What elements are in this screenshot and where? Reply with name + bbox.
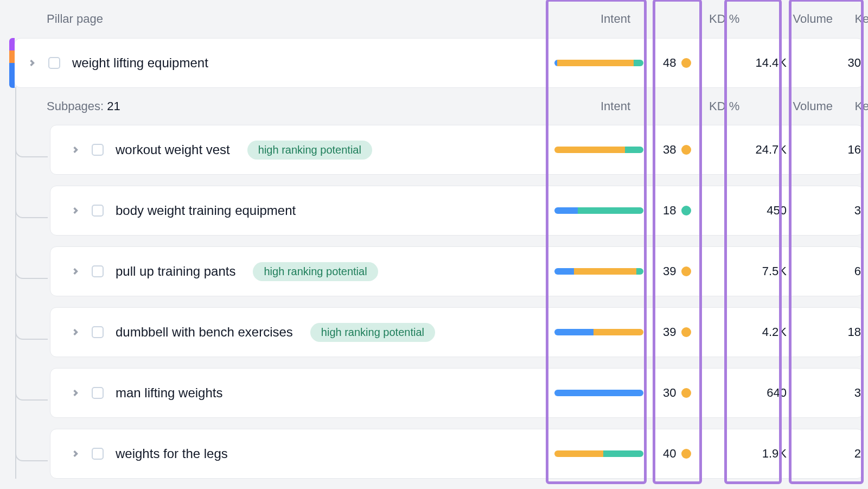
chevron-right-icon[interactable] [71, 449, 80, 458]
chevron-right-icon[interactable] [71, 389, 80, 397]
volume-value: 450 [729, 204, 794, 218]
subpage-checkbox[interactable] [92, 205, 104, 217]
kd-dot-icon [681, 145, 691, 155]
keywords-value: 2 [794, 447, 868, 461]
keywords-value: 18 [794, 325, 868, 339]
intent-bar [554, 147, 643, 153]
kd-value: 39 [663, 264, 676, 278]
volume-value: 14.4K [729, 56, 794, 70]
subpage-title: man lifting weights [116, 385, 222, 401]
kd-dot-icon [681, 327, 691, 337]
keywords-value: 3 [794, 204, 868, 218]
pillar-row[interactable]: weight lifting equipment 48 14.4K 30 [14, 38, 864, 88]
pillar-accent [9, 38, 15, 88]
sub-col-intent-header: Intent [594, 88, 703, 125]
kd-dot-icon [681, 58, 691, 68]
keywords-value: 30 [794, 56, 868, 70]
kd-dot-icon [681, 449, 691, 459]
keywords-value: 16 [794, 143, 868, 157]
col-intent-header: Intent [594, 0, 703, 38]
kd-value: 40 [663, 447, 676, 461]
kd-value: 48 [663, 56, 676, 70]
subpage-row[interactable]: body weight training equipment 184503 [50, 186, 864, 236]
ranking-potential-badge: high ranking potential [253, 262, 378, 281]
subpage-title: body weight training equipment [116, 203, 296, 218]
pillar-header-row: Pillar page Intent KD % Volume Keywords [0, 0, 868, 38]
keywords-value: 6 [794, 264, 868, 278]
pillar-title: weight lifting equipment [72, 55, 208, 71]
subpage-row[interactable]: weights for the legs 401.9K2 [50, 429, 864, 479]
chevron-right-icon[interactable] [28, 59, 36, 67]
volume-value: 1.9K [729, 447, 794, 461]
subpage-row[interactable]: dumbbell with bench exercises high ranki… [50, 307, 864, 357]
chevron-right-icon[interactable] [71, 267, 80, 276]
subpage-checkbox[interactable] [92, 265, 104, 277]
subpage-checkbox[interactable] [92, 448, 104, 460]
kd-value: 38 [663, 143, 676, 157]
subpage-row[interactable]: workout weight vest high ranking potenti… [50, 125, 864, 175]
volume-value: 4.2K [729, 325, 794, 339]
subpages-rows: workout weight vest high ranking potenti… [0, 125, 868, 479]
kd-value: 39 [663, 325, 676, 339]
keyword-topic-table: Pillar page Intent KD % Volume Keywords … [0, 0, 868, 479]
intent-bar [554, 390, 643, 396]
ranking-potential-badge: high ranking potential [310, 323, 435, 342]
volume-value: 7.5K [729, 264, 794, 278]
kd-dot-icon [681, 206, 691, 215]
intent-bar [554, 450, 643, 457]
subpages-count: 21 [107, 99, 120, 113]
ranking-potential-badge: high ranking potential [247, 141, 372, 160]
col-keywords-header: Keywords [840, 0, 868, 38]
subpage-title: dumbbell with bench exercises [116, 325, 293, 340]
intent-bar [554, 207, 643, 214]
sub-col-kd-header: KD % [703, 88, 775, 125]
pillar-page-label: Pillar page [47, 12, 594, 26]
keywords-value: 3 [794, 386, 868, 400]
chevron-right-icon[interactable] [71, 328, 80, 336]
volume-value: 24.7K [729, 143, 794, 157]
intent-bar [554, 60, 643, 66]
subpage-title: workout weight vest [116, 142, 230, 157]
col-kd-header: KD % [703, 0, 775, 38]
sub-col-volume-header: Volume [775, 88, 840, 125]
intent-bar [554, 268, 643, 275]
kd-dot-icon [681, 266, 691, 276]
subpage-row[interactable]: man lifting weights 306403 [50, 368, 864, 418]
subpage-checkbox[interactable] [92, 144, 104, 156]
subpages-header-row: Subpages: 21 Intent KD % Volume Keywords [0, 88, 868, 125]
subpage-checkbox[interactable] [92, 387, 104, 399]
kd-value: 18 [663, 204, 676, 218]
col-volume-header: Volume [775, 0, 840, 38]
subpage-row[interactable]: pull up training pants high ranking pote… [50, 246, 864, 296]
pillar-checkbox[interactable] [48, 57, 60, 69]
subpage-title: weights for the legs [116, 446, 228, 461]
sub-col-keywords-header: Keywords [840, 88, 868, 125]
chevron-right-icon[interactable] [71, 145, 80, 154]
chevron-right-icon[interactable] [71, 206, 80, 215]
kd-value: 30 [663, 386, 676, 400]
subpage-checkbox[interactable] [92, 326, 104, 338]
kd-dot-icon [681, 388, 691, 398]
subpages-label: Subpages: [47, 99, 104, 113]
volume-value: 640 [729, 386, 794, 400]
subpage-title: pull up training pants [116, 264, 235, 279]
intent-bar [554, 329, 643, 335]
